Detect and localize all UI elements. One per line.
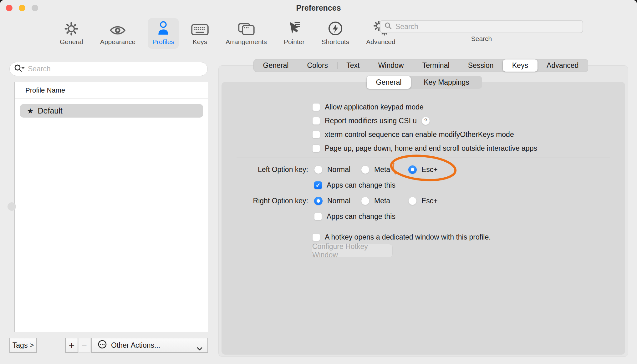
toolbar-item-label: Arrangements — [226, 38, 267, 46]
toolbar-search-field[interactable] — [380, 20, 583, 33]
chevron-down-icon — [197, 344, 202, 352]
search-menu-icon[interactable] — [14, 64, 25, 74]
hotkey-checkbox[interactable] — [312, 233, 320, 241]
keypad-mode-checkbox[interactable] — [312, 103, 320, 111]
profile-row-default[interactable]: ★ Default — [20, 104, 203, 118]
radio-label: Meta — [374, 197, 390, 205]
toolbar-item-label: General — [60, 38, 83, 46]
ellipsis-circle-icon — [98, 340, 107, 351]
right-option-esc-radio[interactable]: Esc+ — [408, 195, 438, 207]
toolbar-item-label: Profiles — [152, 38, 174, 46]
left-apps-can-change-row[interactable]: Apps can change this — [314, 179, 395, 191]
csi-u-checkbox[interactable] — [312, 117, 320, 125]
profile-name: Default — [38, 106, 63, 115]
right-option-meta-radio[interactable]: Meta — [361, 195, 390, 207]
profile-list-header: Profile Name — [15, 82, 208, 99]
window-title: Preferences — [0, 3, 637, 13]
tab-keys[interactable]: Keys — [503, 59, 537, 72]
window-edge-dot — [8, 202, 16, 211]
checkbox-label: Page up, page down, home and end scroll … — [325, 144, 537, 153]
right-option-normal-radio[interactable]: Normal — [314, 195, 350, 207]
section-divider — [237, 226, 610, 226]
radio-icon[interactable] — [408, 197, 417, 205]
gear-icon — [64, 21, 79, 36]
radio-label: Normal — [327, 165, 350, 174]
keyboard-icon — [191, 21, 209, 36]
toolbar-item-label: Keys — [193, 38, 207, 46]
left-option-meta-radio[interactable]: Meta — [361, 163, 390, 176]
toolbar-search-label: Search — [380, 35, 583, 43]
toolbar-item-general[interactable]: General — [55, 18, 88, 49]
right-apps-can-change-checkbox[interactable] — [314, 213, 322, 220]
cursor-icon — [287, 21, 301, 36]
tab-advanced[interactable]: Advanced — [538, 59, 588, 72]
toolbar-item-appearance[interactable]: Appearance — [95, 18, 140, 49]
scroll-outside-checkbox[interactable] — [312, 144, 320, 152]
row-keypad-mode[interactable]: Allow application keypad mode — [312, 101, 424, 113]
hotkey-row[interactable]: A hotkey opens a dedicated window with t… — [312, 231, 491, 243]
tab-terminal[interactable]: Terminal — [413, 59, 459, 72]
tab-text[interactable]: Text — [337, 59, 369, 72]
checkbox-label: Report modifiers using CSI u — [325, 117, 417, 125]
tags-button[interactable]: Tags > — [9, 338, 37, 353]
checkbox-label: xterm control sequence can enable modify… — [325, 130, 514, 139]
profile-tab-bar: General Colors Text Window Terminal Sess… — [253, 59, 588, 72]
checkbox-label: A hotkey opens a dedicated window with t… — [325, 233, 491, 241]
radio-icon[interactable] — [408, 165, 417, 174]
help-button[interactable]: ? — [421, 117, 430, 125]
add-profile-button[interactable]: + — [65, 338, 78, 353]
radio-label: Normal — [327, 197, 350, 205]
radio-icon[interactable] — [314, 197, 323, 205]
radio-label: Meta — [374, 165, 390, 174]
checkbox-label: Apps can change this — [327, 181, 395, 190]
radio-icon[interactable] — [361, 165, 369, 174]
other-actions-dropdown[interactable]: Other Actions... — [91, 338, 208, 353]
profile-search-input[interactable] — [28, 65, 203, 73]
row-scroll-outside[interactable]: Page up, page down, home and end scroll … — [312, 142, 537, 154]
radio-label: Esc+ — [421, 197, 438, 205]
checkbox-label: Apps can change this — [327, 212, 395, 221]
remove-profile-button[interactable]: − — [78, 338, 90, 353]
tab-general[interactable]: General — [254, 59, 298, 72]
person-icon — [157, 21, 170, 36]
radio-icon[interactable] — [314, 165, 323, 174]
left-option-key-label: Left Option key: — [208, 165, 308, 174]
eye-icon — [110, 21, 126, 36]
subtab-general[interactable]: General — [367, 76, 411, 89]
toolbar-item-keys[interactable]: Keys — [186, 18, 213, 49]
toolbar-divider — [0, 48, 637, 48]
configure-hotkey-window-button: Configure Hotkey Window — [312, 244, 393, 257]
windows-icon — [237, 21, 255, 36]
toolbar-item-pointer[interactable]: Pointer — [279, 18, 309, 49]
toolbar-item-label: Pointer — [284, 38, 305, 46]
toolbar-item-arrangements[interactable]: Arrangements — [221, 18, 272, 49]
keys-subtab-bar: General Key Mappings — [367, 76, 482, 89]
subtab-key-mappings[interactable]: Key Mappings — [411, 76, 482, 89]
tab-session[interactable]: Session — [459, 59, 503, 72]
default-star-icon: ★ — [27, 107, 34, 115]
tab-window[interactable]: Window — [369, 59, 413, 72]
profile-list-panel: Profile Name ★ Default — [14, 82, 208, 332]
toolbar-item-shortcuts[interactable]: Shortcuts — [317, 18, 354, 49]
modify-other-keys-checkbox[interactable] — [312, 131, 320, 139]
toolbar-item-profiles[interactable]: Profiles — [148, 18, 179, 49]
left-option-esc-radio[interactable]: Esc+ — [408, 163, 438, 176]
profile-search-field[interactable] — [9, 62, 208, 76]
right-apps-can-change-row[interactable]: Apps can change this — [314, 210, 395, 223]
radio-label: Esc+ — [421, 165, 438, 174]
row-csi-u[interactable]: Report modifiers using CSI u ? — [312, 114, 430, 127]
search-icon — [384, 22, 392, 31]
toolbar-item-label: Shortcuts — [321, 38, 349, 46]
section-divider — [237, 158, 610, 158]
preferences-window: Preferences General — [0, 0, 637, 364]
toolbar-search-input[interactable] — [395, 23, 579, 31]
left-apps-can-change-checkbox[interactable] — [314, 181, 322, 189]
tab-colors[interactable]: Colors — [298, 59, 337, 72]
right-option-key-label: Right Option key: — [208, 196, 308, 205]
preferences-toolbar: General Appearance Profiles — [55, 18, 400, 49]
other-actions-label: Other Actions... — [111, 341, 160, 350]
checkbox-label: Allow application keypad mode — [325, 103, 424, 111]
radio-icon[interactable] — [361, 197, 369, 205]
left-option-normal-radio[interactable]: Normal — [314, 163, 350, 176]
row-modify-other-keys[interactable]: xterm control sequence can enable modify… — [312, 128, 514, 141]
